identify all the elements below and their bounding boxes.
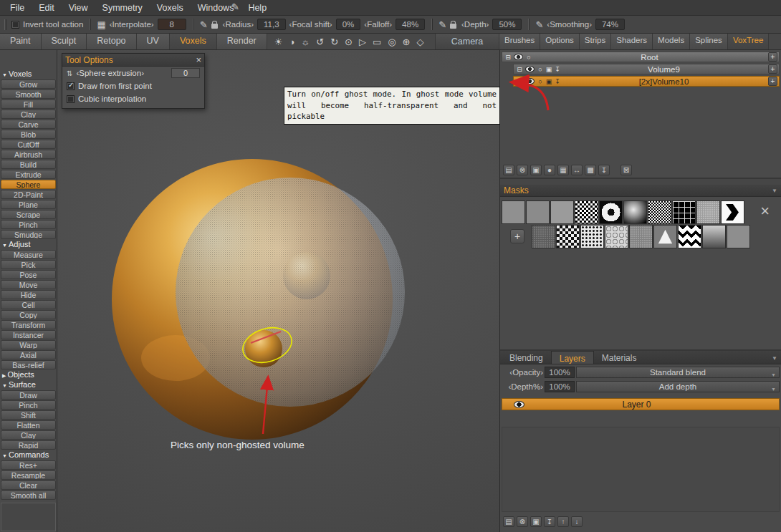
sidebar-tool[interactable]: Pinch: [1, 400, 56, 410]
falloff-value[interactable]: 48%: [396, 19, 425, 30]
sidebar-tool[interactable]: Clay: [1, 110, 56, 119]
workspace-tab[interactable]: UV: [137, 34, 170, 49]
sidebar-tool[interactable]: Draw: [1, 390, 56, 400]
eye-icon[interactable]: [514, 401, 524, 408]
pen-pressure-icon[interactable]: ✎: [200, 19, 208, 30]
right-panel-tab[interactable]: Options: [540, 34, 580, 49]
sidebar-tool[interactable]: Pose: [1, 270, 56, 279]
clear-icon[interactable]: ⊠: [621, 165, 632, 175]
invert-checkbox[interactable]: [11, 21, 19, 29]
right-panel-tab[interactable]: VoxTree: [728, 34, 769, 49]
layers-panel-tab[interactable]: Blending: [502, 351, 551, 364]
sidebar-tool[interactable]: Instancer: [1, 330, 56, 339]
mask-ring[interactable]: [599, 200, 623, 224]
pen-pressure-icon[interactable]: ✎: [439, 19, 446, 30]
mask-solid-3[interactable]: [550, 200, 574, 224]
mask-sphere[interactable]: [623, 200, 647, 224]
interpolate-value[interactable]: 8: [158, 19, 186, 30]
masks-header[interactable]: Masks ▼: [500, 185, 781, 197]
save-volume-icon[interactable]: ↧: [553, 78, 562, 85]
sidebar-tool[interactable]: Pick: [1, 260, 56, 269]
sidebar-tool[interactable]: Sphere: [1, 180, 56, 189]
pen-icon[interactable]: ✎: [231, 1, 239, 12]
collapse-icon[interactable]: ⊟: [504, 54, 512, 61]
move-layer-up-icon[interactable]: ↑: [557, 516, 569, 527]
pen-pressure-icon[interactable]: ✎: [535, 19, 543, 30]
add-mask-button[interactable]: +: [510, 229, 524, 243]
sidebar-tool[interactable]: Transform: [1, 320, 56, 329]
menu-item[interactable]: Symmetry: [95, 1, 150, 14]
sidebar-tool[interactable]: ▼Commands: [1, 450, 56, 460]
sidebar-tool[interactable]: Bas-relief: [1, 360, 56, 369]
duplicate-layer-icon[interactable]: ▣: [530, 516, 542, 527]
decimate-icon[interactable]: ▩: [585, 165, 596, 175]
lighting-icon[interactable]: ☀: [274, 37, 283, 47]
workspace-tab[interactable]: Sculpt: [42, 34, 87, 49]
sidebar-tool[interactable]: Axial: [1, 350, 56, 359]
sidebar-tool[interactable]: Fill: [1, 100, 56, 109]
sidebar-tool[interactable]: Smudge: [1, 230, 56, 239]
focus-icon[interactable]: ⊙: [345, 37, 353, 47]
add-volume-button[interactable]: +: [768, 77, 777, 86]
sidebar-tool[interactable]: Clay: [1, 430, 56, 440]
focal-shift-value[interactable]: 0%: [336, 19, 361, 30]
import-layer-icon[interactable]: ↧: [544, 516, 555, 527]
mask-noise-fine[interactable]: [629, 225, 653, 248]
mask-checker-dense[interactable]: [648, 200, 671, 224]
menu-item[interactable]: View: [62, 1, 95, 14]
sidebar-tool[interactable]: Build: [1, 160, 56, 169]
swap-icon[interactable]: ↔: [571, 165, 583, 175]
eye-icon[interactable]: [514, 54, 523, 60]
sidebar-tool[interactable]: Shift: [1, 410, 56, 420]
ghost-toggle-icon[interactable]: ○: [536, 78, 545, 85]
duplicate-volume-icon[interactable]: ▣: [530, 165, 542, 175]
eye-icon[interactable]: [525, 78, 535, 84]
sidebar-tool[interactable]: Cell: [1, 300, 56, 309]
specular-icon[interactable]: ☼: [301, 37, 310, 47]
import-icon[interactable]: ↧: [598, 165, 610, 175]
sidebar-tool[interactable]: Rapid: [1, 440, 56, 450]
mask-triangle[interactable]: [653, 225, 677, 248]
eye-icon[interactable]: [525, 66, 535, 72]
chevron-down-icon[interactable]: ▼: [772, 355, 777, 362]
mask-cells[interactable]: [605, 225, 628, 248]
delete-volume-icon[interactable]: ⊗: [517, 165, 528, 175]
right-panel-tab[interactable]: Splines: [690, 34, 728, 49]
add-volume-button[interactable]: +: [768, 52, 777, 62]
chevron-down-icon[interactable]: ▼: [772, 188, 777, 194]
voxtree-row[interactable]: ⊟ ○ ▣ ↧ [2x]Volume10 +: [513, 76, 780, 87]
smoothing-value[interactable]: 74%: [595, 19, 625, 30]
sidebar-tool[interactable]: Warp: [1, 340, 56, 349]
mask-solid-1[interactable]: [502, 200, 525, 224]
mask-diamonds[interactable]: [678, 225, 701, 248]
sidebar-tool[interactable]: Hide: [1, 290, 56, 299]
target-icon[interactable]: ◎: [388, 37, 396, 47]
menu-item[interactable]: Voxels: [150, 1, 191, 14]
sidebar-tool[interactable]: ▼Adjust: [1, 240, 56, 249]
opacity-value[interactable]: 100%: [545, 367, 575, 378]
mask-noise-light[interactable]: [696, 200, 720, 224]
menu-item[interactable]: File: [3, 1, 32, 14]
sidebar-tool[interactable]: CutOff: [1, 140, 56, 149]
sidebar-tool[interactable]: Blob: [1, 130, 56, 139]
sphere-extrusion-value[interactable]: 0: [171, 68, 200, 78]
cubic-interpolation-checkbox[interactable]: [67, 95, 75, 103]
rotate-right-icon[interactable]: ↻: [330, 37, 338, 47]
layer-row[interactable]: Layer 0: [502, 398, 780, 410]
add-volume-icon[interactable]: ▤: [503, 165, 514, 175]
sidebar-tool[interactable]: Copy: [1, 310, 56, 319]
sidebar-tool[interactable]: Smooth all: [1, 490, 56, 500]
depth-mode-dropdown[interactable]: Add depth▼: [576, 381, 780, 392]
sidebar-tool[interactable]: Carve: [1, 120, 56, 129]
voxtree-row[interactable]: ⊟ ○ ▣ ↧ Root +: [502, 52, 780, 62]
sidebar-tool[interactable]: Res+: [1, 460, 56, 470]
mask-checker[interactable]: [556, 225, 580, 248]
depth-value[interactable]: 50%: [492, 19, 522, 30]
right-panel-tab[interactable]: Models: [653, 34, 690, 49]
sidebar-tool[interactable]: Move: [1, 280, 56, 289]
sidebar-tool[interactable]: Smooth: [1, 90, 56, 99]
sidebar-tool[interactable]: Plane: [1, 200, 56, 209]
new-layer-icon[interactable]: ▤: [503, 516, 514, 527]
picked-bump-sphere[interactable]: [245, 330, 282, 367]
mask-arrow[interactable]: [721, 200, 744, 224]
